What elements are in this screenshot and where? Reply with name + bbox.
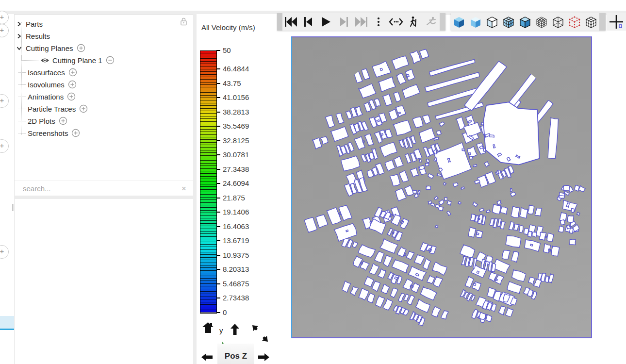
smooth-shaded-cube-icon[interactable] xyxy=(467,13,484,31)
toolbar-drag-handle[interactable] xyxy=(277,13,282,31)
legend-tick-label: 27.3438 xyxy=(223,165,249,173)
outlined-shaded-cube-icon[interactable] xyxy=(517,13,533,31)
add-icon[interactable] xyxy=(68,68,77,77)
remove-icon[interactable] xyxy=(106,56,115,65)
tree-branch-line xyxy=(18,133,26,133)
subdivided-cube-icon[interactable] xyxy=(583,13,599,31)
legend-tick-label: 46.4844 xyxy=(223,65,249,73)
tree-item-screenshots[interactable]: Screenshots xyxy=(15,127,188,139)
right-arrow-icon[interactable] xyxy=(258,353,269,364)
shaded-mesh-cube-icon[interactable] xyxy=(500,13,517,31)
chevron-right-icon[interactable] xyxy=(15,21,26,27)
vertical-divider xyxy=(193,14,197,364)
legend-tick-label: 2.73438 xyxy=(223,294,249,302)
tree-branch-line xyxy=(18,121,26,121)
scene-tree-panel: Parts Results Cutting Planes Cutting Pla… xyxy=(15,14,193,196)
orientation-button[interactable]: Pos Z xyxy=(217,344,254,364)
wireframe-cube-icon[interactable] xyxy=(550,13,566,31)
diagonal-arrows-icon[interactable] xyxy=(252,325,268,345)
jump-to-start-icon[interactable] xyxy=(282,13,300,31)
legend-tick xyxy=(216,169,220,170)
legend-title: All Velocity (m/s) xyxy=(201,23,255,32)
flipbook-icon[interactable] xyxy=(387,13,405,31)
tree-item-2d-plots[interactable]: 2D Plots xyxy=(15,115,188,127)
legend-tick xyxy=(216,68,220,69)
tree-item-cutting-planes[interactable]: Cutting Planes xyxy=(15,42,188,54)
legend-tick-label: 19.1406 xyxy=(223,208,249,216)
legend-tick-label: 13.6719 xyxy=(223,236,249,245)
tree-item-label: Cutting Planes xyxy=(26,44,73,52)
tree-item-label: Particle Traces xyxy=(28,105,76,113)
run-icon[interactable] xyxy=(422,13,440,31)
toolbar-drag-handle[interactable] xyxy=(599,13,606,31)
legend-tick xyxy=(216,112,220,113)
tree-item-label: Results xyxy=(26,32,50,40)
legend-tick-label: 24.6094 xyxy=(223,179,249,187)
tree-search-row: × xyxy=(15,181,193,196)
axis-triad-y-label: y xyxy=(219,326,223,334)
add-icon[interactable] xyxy=(67,92,76,101)
horizontal-divider xyxy=(14,196,197,199)
home-icon[interactable] xyxy=(202,322,214,336)
up-arrow-icon[interactable] xyxy=(230,324,240,337)
add-icon[interactable] xyxy=(79,104,88,113)
tree-branch-line xyxy=(21,55,38,61)
legend-tick-label: 50 xyxy=(223,46,231,54)
legend-tick-label: 8.20313 xyxy=(223,265,249,273)
viewport-3d[interactable] xyxy=(291,36,592,338)
add-icon[interactable] xyxy=(68,80,77,89)
add-icon[interactable] xyxy=(71,129,80,137)
legend-tick xyxy=(216,183,220,184)
search-input[interactable] xyxy=(22,184,181,193)
tree-item-particle-traces[interactable]: Particle Traces xyxy=(15,103,188,115)
legend-tick-label: 38.2813 xyxy=(223,108,249,116)
eye-icon[interactable] xyxy=(40,57,49,64)
color-legend: All Velocity (m/s) 5046.484443.7541.0156… xyxy=(197,14,290,364)
tree-branch-line xyxy=(18,97,26,97)
tree-item-label: Isosurfaces xyxy=(28,68,65,77)
properties-panel-empty xyxy=(15,199,193,364)
step-back-icon[interactable] xyxy=(300,13,317,31)
legend-tick-label: 21.875 xyxy=(223,194,245,202)
add-icon[interactable] xyxy=(59,116,67,125)
tree-rows: Parts Results Cutting Planes Cutting Pla… xyxy=(15,18,188,139)
cutting-plane-city-render[interactable] xyxy=(292,37,591,337)
shaded-cube-icon[interactable] xyxy=(451,13,467,31)
point-vertices-cube-icon[interactable] xyxy=(566,13,583,31)
rail-selected-tab[interactable] xyxy=(0,316,14,330)
legend-tick-label: 5.46875 xyxy=(223,280,249,288)
orientation-label: Pos Z xyxy=(225,351,247,364)
chevron-right-icon[interactable] xyxy=(15,33,26,39)
playback-toolbar xyxy=(277,13,445,31)
legend-tick-label: 32.8125 xyxy=(223,136,249,145)
toolbar-drag-handle[interactable] xyxy=(440,13,445,31)
walk-icon[interactable] xyxy=(405,13,422,31)
legend-tick-label: 35.5469 xyxy=(223,122,249,130)
tree-item-animations[interactable]: Animations xyxy=(15,91,188,102)
legend-tick xyxy=(216,312,220,313)
legend-tick xyxy=(216,50,220,51)
tree-item-results[interactable]: Results xyxy=(15,30,188,42)
legend-tick xyxy=(216,283,220,284)
step-forward-icon[interactable] xyxy=(335,13,352,31)
close-icon[interactable]: × xyxy=(181,184,186,194)
left-arrow-icon[interactable] xyxy=(201,353,213,364)
legend-tick xyxy=(216,298,220,298)
play-icon[interactable] xyxy=(317,13,335,31)
tree-item-isosurfaces[interactable]: Isosurfaces xyxy=(15,66,188,78)
jump-to-end-icon[interactable] xyxy=(352,13,370,31)
chevron-down-icon[interactable] xyxy=(15,46,26,51)
legend-tick xyxy=(216,126,220,127)
legend-tick-label: 43.75 xyxy=(223,79,241,87)
tree-item-label: Cutting Plane 1 xyxy=(52,56,102,65)
hidden-line-cube-icon[interactable] xyxy=(484,13,500,31)
tree-item-label: Animations xyxy=(28,93,64,101)
add-icon[interactable] xyxy=(77,44,85,52)
tree-item-cutting-plane-1[interactable]: Cutting Plane 1 xyxy=(15,54,188,66)
tree-item-parts[interactable]: Parts xyxy=(15,18,188,30)
mesh-cube-icon[interactable] xyxy=(533,13,550,31)
tree-item-isovolumes[interactable]: Isovolumes xyxy=(15,79,188,90)
more-options-icon[interactable] xyxy=(370,13,387,31)
crosshair-icon[interactable] xyxy=(607,13,626,31)
legend-tick xyxy=(216,269,220,270)
